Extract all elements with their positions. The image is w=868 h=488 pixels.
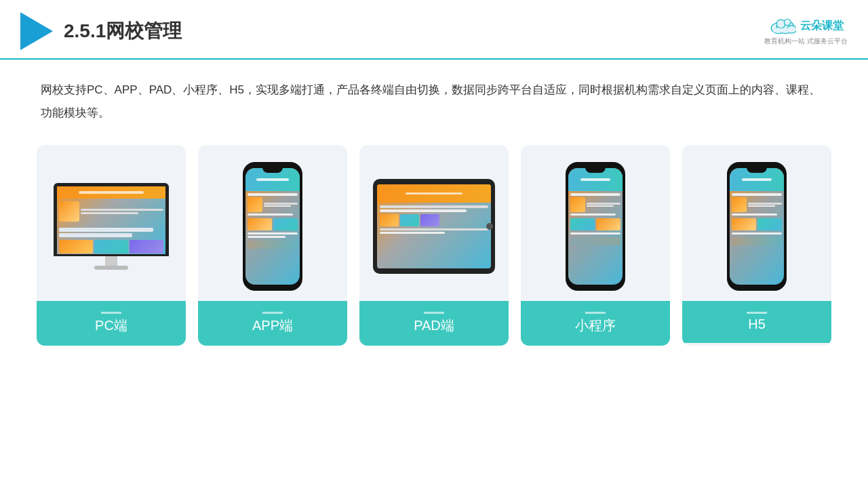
logo-triangle-icon <box>20 12 53 50</box>
svg-rect-5 <box>773 28 793 33</box>
card-app-label: APP端 <box>198 301 347 346</box>
description-text: 网校支持PC、APP、PAD、小程序、H5，实现多端打通，产品各终端自由切换，数… <box>0 60 868 138</box>
card-pc-image <box>37 145 186 301</box>
card-pad: PAD端 <box>359 145 509 346</box>
card-pc: PC端 <box>37 145 186 346</box>
header: 2.5.1网校管理 云朵课堂 教育机构一站 式服务云平台 <box>0 0 868 60</box>
phone-mockup-h5 <box>727 162 787 291</box>
card-h5: H5 <box>682 145 831 346</box>
card-miniprogram: 小程序 <box>521 145 670 346</box>
card-h5-label: H5 <box>682 301 831 343</box>
card-h5-image <box>682 145 831 301</box>
brand-area: 云朵课堂 教育机构一站 式服务云平台 <box>764 16 848 46</box>
svg-point-4 <box>784 19 791 26</box>
card-app-image <box>198 145 347 301</box>
card-pad-label: PAD端 <box>359 301 509 346</box>
cards-container: PC端 <box>0 138 868 359</box>
brand-logo: 云朵课堂 <box>769 16 844 35</box>
phone-mockup-app <box>243 162 302 291</box>
tablet-mockup <box>373 179 495 274</box>
brand-sub: 教育机构一站 式服务云平台 <box>764 37 848 46</box>
brand-name: 云朵课堂 <box>800 19 844 33</box>
cloud-icon <box>769 16 796 35</box>
header-left: 2.5.1网校管理 <box>20 12 182 50</box>
page-title: 2.5.1网校管理 <box>64 18 182 44</box>
card-app: APP端 <box>198 145 347 346</box>
phone-mockup-mini <box>566 162 625 291</box>
card-pc-label: PC端 <box>37 301 186 346</box>
card-miniprogram-image <box>521 145 670 301</box>
svg-point-3 <box>776 20 785 28</box>
card-pad-image <box>359 145 509 301</box>
monitor-mockup <box>54 183 169 270</box>
card-miniprogram-label: 小程序 <box>521 301 670 346</box>
